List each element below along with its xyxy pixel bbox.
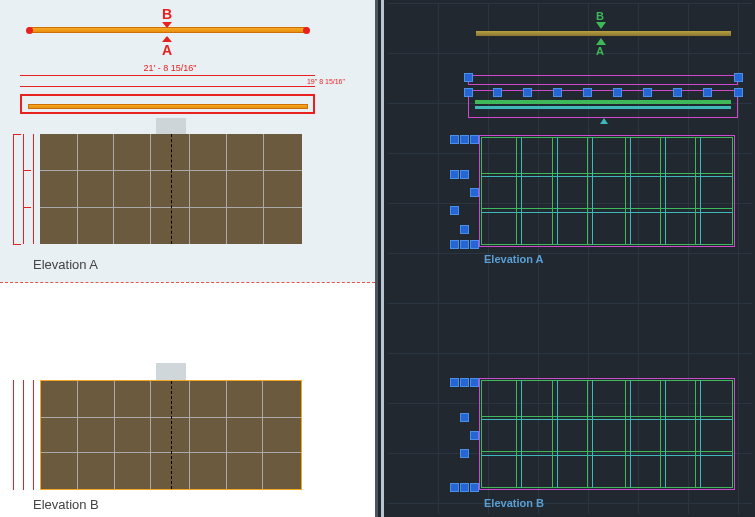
cad-elevation-b[interactable] [481,380,733,488]
dim-text-total: 21' - 8 15/16" [125,63,215,73]
grip-handle[interactable] [673,88,682,97]
cad-elevation-b-label: Elevation B [484,497,544,509]
elevation-b-label: Elevation B [33,497,99,512]
grip-handle[interactable] [553,88,562,97]
grip-handle[interactable] [450,170,459,179]
grip-handle[interactable] [470,188,479,197]
grip-handle[interactable] [734,73,743,82]
grip-handle[interactable] [734,88,743,97]
grip-handle[interactable] [450,240,459,249]
grip-handle[interactable] [450,378,459,387]
dim-vert-a-2 [23,134,24,244]
dim-vert-b-3 [33,380,34,490]
grip-handle[interactable] [470,378,479,387]
grip-handle[interactable] [643,88,652,97]
cad-elevation-a[interactable] [481,137,733,245]
grip-handle[interactable] [460,483,469,492]
dim-vert-b-1 [13,380,14,490]
section-marker-b: B [160,6,174,28]
cad-arrow-up-icon [596,38,606,45]
cad-cyan-arrow-icon [600,118,608,124]
grip-handle[interactable] [470,240,479,249]
section-beam [28,104,308,109]
dim-vert-a-1 [13,134,14,244]
dim-vert-a-3 [33,134,34,244]
dim-vert-b-2 [23,380,24,490]
cad-section-frame[interactable] [468,90,738,118]
cad-elevation-a-label: Elevation A [484,253,544,265]
cad-viewport[interactable]: B A [375,0,755,517]
grip-handle[interactable] [470,483,479,492]
cad-marker-b[interactable]: B [596,10,606,29]
grip-handle[interactable] [450,135,459,144]
cad-marker-a[interactable]: A [596,38,606,57]
cad-section-beam-green[interactable] [475,100,731,104]
cad-dim-frame[interactable] [468,75,738,85]
grip-handle[interactable] [493,88,502,97]
elevation-b-grid [40,380,302,490]
grip-handle[interactable] [460,170,469,179]
cad-plan-beam[interactable] [476,31,731,36]
drawing-panel-light: B A 21' - 8 15/16" 19" 8 15/16" [0,0,375,517]
elevation-a-label: Elevation A [33,257,98,272]
grip-handle[interactable] [460,225,469,234]
grip-handle[interactable] [460,240,469,249]
dim-line-segments [20,86,315,87]
grip-handle[interactable] [523,88,532,97]
dim-text-edge: 19" 8 15/16" [307,78,345,85]
section-marker-a: A [160,36,174,58]
grip-handle[interactable] [613,88,622,97]
cad-arrow-down-icon [596,22,606,29]
arrow-down-icon [162,22,172,28]
cad-section-beam-cyan[interactable] [475,106,731,109]
grip-handle[interactable] [460,135,469,144]
grip-handle[interactable] [470,431,479,440]
grip-handle[interactable] [464,88,473,97]
grip-handle[interactable] [470,135,479,144]
grip-handle[interactable] [460,378,469,387]
grip-handle[interactable] [460,413,469,422]
grip-handle[interactable] [464,73,473,82]
elevation-a-grid [40,134,302,244]
grip-handle[interactable] [703,88,712,97]
grip-handle[interactable] [460,449,469,458]
grip-handle[interactable] [450,206,459,215]
dim-line-total [20,75,315,76]
red-dashed-separator [0,282,375,283]
grip-handle[interactable] [450,483,459,492]
grip-handle[interactable] [583,88,592,97]
